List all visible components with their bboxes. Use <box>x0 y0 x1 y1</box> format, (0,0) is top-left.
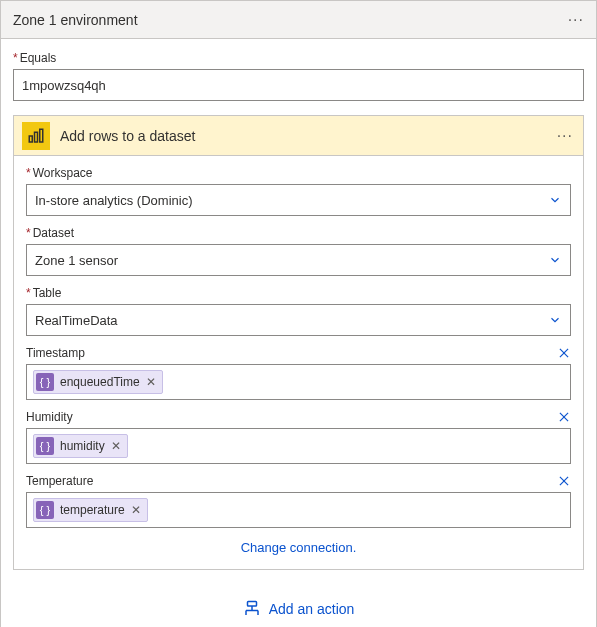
token-input[interactable]: { }enqueuedTime✕ <box>26 364 571 400</box>
svg-rect-9 <box>247 602 256 607</box>
workspace-value: In-store analytics (Dominic) <box>35 193 193 208</box>
workspace-dropdown[interactable]: In-store analytics (Dominic) <box>26 184 571 216</box>
token-remove-button[interactable]: ✕ <box>131 503 141 517</box>
workspace-field: Workspace In-store analytics (Dominic) <box>26 166 571 216</box>
token-input[interactable]: { }humidity✕ <box>26 428 571 464</box>
dataset-dropdown[interactable]: Zone 1 sensor <box>26 244 571 276</box>
token-field: Temperature{ }temperature✕ <box>26 474 571 528</box>
table-field: Table RealTimeData <box>26 286 571 336</box>
action-title: Add rows to a dataset <box>60 128 557 144</box>
card-more-button[interactable]: ··· <box>568 12 584 28</box>
expression-icon: { } <box>36 373 54 391</box>
add-action-label: Add an action <box>269 601 355 617</box>
remove-field-button[interactable] <box>557 410 571 424</box>
token-field-label: Timestamp <box>26 346 85 360</box>
action-more-button[interactable]: ··· <box>557 128 573 144</box>
expression-icon: { } <box>36 501 54 519</box>
action-header[interactable]: Add rows to a dataset ··· <box>14 116 583 156</box>
token-field: Humidity{ }humidity✕ <box>26 410 571 464</box>
add-action-icon <box>243 600 261 618</box>
card-header: Zone 1 environment ··· <box>1 1 596 39</box>
change-connection-wrap: Change connection. <box>26 540 571 555</box>
equals-label: Equals <box>13 51 584 65</box>
add-action-wrap: Add an action <box>13 570 584 627</box>
table-label: Table <box>26 286 571 300</box>
remove-field-button[interactable] <box>557 474 571 488</box>
dataset-field: Dataset Zone 1 sensor <box>26 226 571 276</box>
token-label: humidity <box>60 439 105 453</box>
dynamic-token[interactable]: { }enqueuedTime✕ <box>33 370 163 394</box>
svg-rect-1 <box>35 132 38 142</box>
equals-field: Equals <box>13 51 584 101</box>
equals-input[interactable] <box>13 69 584 101</box>
token-label: enqueuedTime <box>60 375 140 389</box>
token-fields: Timestamp{ }enqueuedTime✕Humidity{ }humi… <box>26 346 571 528</box>
svg-rect-2 <box>40 129 43 142</box>
token-remove-button[interactable]: ✕ <box>111 439 121 453</box>
dataset-value: Zone 1 sensor <box>35 253 118 268</box>
chevron-down-icon <box>548 253 562 267</box>
dynamic-token[interactable]: { }temperature✕ <box>33 498 148 522</box>
action-card: Add rows to a dataset ··· Workspace In-s… <box>13 115 584 570</box>
chevron-down-icon <box>548 313 562 327</box>
table-dropdown[interactable]: RealTimeData <box>26 304 571 336</box>
expression-icon: { } <box>36 437 54 455</box>
dynamic-token[interactable]: { }humidity✕ <box>33 434 128 458</box>
chevron-down-icon <box>548 193 562 207</box>
action-body: Workspace In-store analytics (Dominic) D… <box>14 156 583 569</box>
token-remove-button[interactable]: ✕ <box>146 375 156 389</box>
workspace-label: Workspace <box>26 166 571 180</box>
powerbi-icon <box>22 122 50 150</box>
token-field-label: Humidity <box>26 410 73 424</box>
token-field: Timestamp{ }enqueuedTime✕ <box>26 346 571 400</box>
svg-rect-0 <box>29 136 32 142</box>
change-connection-link[interactable]: Change connection. <box>241 540 357 555</box>
card-body: Equals Add rows to a dataset ··· <box>1 39 596 627</box>
card-title: Zone 1 environment <box>13 12 138 28</box>
table-value: RealTimeData <box>35 313 118 328</box>
token-field-label: Temperature <box>26 474 93 488</box>
dataset-label: Dataset <box>26 226 571 240</box>
token-input[interactable]: { }temperature✕ <box>26 492 571 528</box>
remove-field-button[interactable] <box>557 346 571 360</box>
token-label: temperature <box>60 503 125 517</box>
zone-environment-card: Zone 1 environment ··· Equals Add rows t… <box>0 0 597 627</box>
add-action-button[interactable]: Add an action <box>243 600 355 618</box>
